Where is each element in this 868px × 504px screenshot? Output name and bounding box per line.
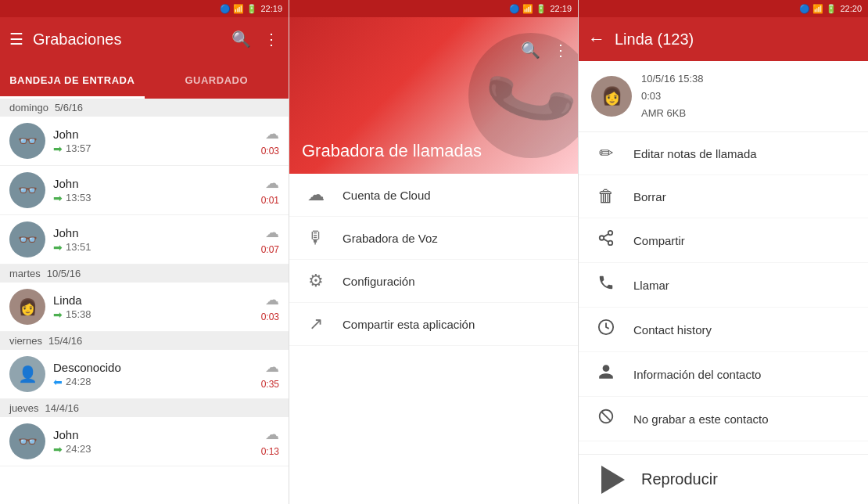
context-label-edit: Editar notas de llamada	[633, 147, 757, 160]
call-detail-john3: ➡ 13:51	[53, 241, 261, 254]
status-bar-2: 🔵 📶 🔋 22:19	[289, 0, 578, 17]
tabs-bar: BANDEJA DE ENTRADA GUARDADO	[0, 61, 289, 99]
status-icons-2: 🔵 📶 🔋	[509, 4, 547, 14]
date-header-martes: martes 10/5/16	[0, 265, 289, 283]
call-info-linda: Linda ➡ 15:38	[53, 293, 261, 321]
call-right-john2: ☁ 0:01	[261, 175, 279, 206]
avatar-john1: 👓	[9, 123, 45, 159]
panel3-title: Linda (123)	[615, 31, 859, 49]
avatar-linda: 👩	[9, 289, 45, 325]
context-item-contact-info[interactable]: Información del contacto	[579, 352, 868, 397]
recording-card: 👩 10/5/16 15:38 0:03 AMR 6KB	[579, 61, 868, 132]
status-icons-3: 🔵 📶 🔋	[799, 4, 837, 14]
context-item-no-record[interactable]: No grabar a este contacto	[579, 397, 868, 441]
status-bar-content-2: 🔵 📶 🔋 22:19	[509, 4, 572, 14]
cloud-icon-1: ☁	[265, 125, 279, 142]
more-icon-2[interactable]: ⋮	[553, 41, 569, 59]
panel-recordings: 🔵 📶 🔋 22:19 ☰ Grabaciones 🔍 ⋮ BANDEJA DE…	[0, 0, 289, 504]
svg-line-4	[604, 234, 608, 237]
tab-saved[interactable]: GUARDADO	[145, 61, 289, 99]
back-icon[interactable]: ←	[588, 29, 605, 49]
svg-line-3	[604, 239, 608, 243]
arrow-out-icon-linda: ➡	[53, 308, 63, 321]
call-item-john3[interactable]: 👓 John ➡ 13:51 ☁ 0:07	[0, 215, 289, 265]
call-item-unknown[interactable]: 👤 Desconocido ⬅ 24:28 ☁ 0:35	[0, 350, 289, 399]
date-header-domingo: domingo 5/6/16	[0, 99, 289, 117]
play-triangle-icon	[601, 466, 625, 494]
menu-label-voice: Grabadora de Voz	[343, 232, 438, 245]
status-bar-content-3: 🔵 📶 🔋 22:20	[799, 4, 862, 14]
avatar-john4: 👓	[9, 423, 45, 459]
recording-avatar: 👩	[591, 76, 632, 117]
play-button[interactable]	[594, 463, 629, 497]
avatar-john2: 👓	[9, 172, 45, 208]
arrow-out-icon-3: ➡	[53, 241, 63, 254]
call-detail-john2: ➡ 13:53	[53, 192, 261, 204]
call-info-john4: John ➡ 24:23	[53, 428, 261, 455]
call-right-john3: ☁ 0:07	[261, 224, 279, 255]
status-bar-1: 🔵 📶 🔋 22:19	[0, 0, 289, 17]
call-detail-john1: ➡ 13:57	[53, 142, 261, 155]
history-icon	[594, 319, 618, 340]
contact-icon	[594, 363, 618, 385]
avatar-unknown: 👤	[9, 356, 45, 392]
call-detail-unknown: ⬅ 24:28	[53, 376, 261, 388]
call-icon	[594, 274, 618, 296]
search-icon-1[interactable]: 🔍	[231, 30, 251, 49]
call-info-john1: John ➡ 13:57	[53, 128, 261, 155]
call-info-john2: John ➡ 13:53	[53, 177, 261, 204]
call-right-linda: ☁ 0:03	[261, 291, 279, 322]
drawer-header-bar: 🔍 ⋮	[511, 34, 578, 66]
call-item-john2[interactable]: 👓 John ➡ 13:53 ☁ 0:01	[0, 166, 289, 215]
date-header-jueves: jueves 14/4/16	[0, 399, 289, 417]
context-item-edit-notes[interactable]: ✏ Editar notas de llamada	[579, 132, 868, 175]
context-item-call[interactable]: Llamar	[579, 263, 868, 308]
cloud-icon-2: ☁	[265, 175, 279, 192]
arrow-in-icon: ⬅	[53, 376, 63, 388]
context-label-history: Contact history	[633, 323, 712, 337]
call-item-john4[interactable]: 👓 John ➡ 24:23 ☁ 0:13	[0, 417, 289, 466]
search-icon-2[interactable]: 🔍	[521, 41, 540, 59]
call-item-linda[interactable]: 👩 Linda ➡ 15:38 ☁ 0:03	[0, 283, 289, 332]
cloud-icon-3: ☁	[265, 224, 279, 241]
edit-icon: ✏	[594, 143, 618, 164]
svg-point-2	[608, 241, 613, 246]
cloud-icon-4: ☁	[265, 426, 279, 443]
cloud-icon-linda: ☁	[265, 291, 279, 308]
date-header-viernes: viernes 15/4/16	[0, 332, 289, 350]
gear-menu-icon: ⚙	[305, 271, 327, 291]
drawer-title: Grabadora de llamadas	[302, 141, 482, 161]
context-item-history[interactable]: Contact history	[579, 308, 868, 352]
drawer-menu-list: ☁ Cuenta de Cloud 🎙 Grabadora de Voz ⚙ C…	[289, 174, 578, 504]
context-label-share: Compartir	[633, 234, 685, 247]
call-detail-john4: ➡ 24:23	[53, 443, 261, 455]
menu-item-share[interactable]: ↗ Compartir esta aplicación	[289, 303, 578, 346]
svg-point-0	[608, 231, 613, 236]
no-record-icon	[594, 408, 618, 430]
context-item-share[interactable]: Compartir	[579, 218, 868, 263]
context-label-contact-info: Información del contacto	[633, 368, 761, 381]
recording-meta: 10/5/16 15:38 0:03 AMR 6KB	[641, 70, 704, 122]
status-time-2: 22:19	[550, 4, 572, 13]
menu-item-config[interactable]: ⚙ Configuración	[289, 260, 578, 303]
hamburger-icon[interactable]: ☰	[9, 30, 23, 49]
arrow-out-icon: ➡	[53, 142, 63, 155]
tab-inbox[interactable]: BANDEJA DE ENTRADA	[0, 61, 145, 99]
context-item-delete[interactable]: 🗑 Borrar	[579, 175, 868, 218]
more-icon-1[interactable]: ⋮	[264, 30, 279, 49]
svg-point-1	[600, 236, 604, 241]
panel-context: 🔵 📶 🔋 22:20 ← Linda (123) 👩 10/5/16 15:3…	[579, 0, 868, 504]
menu-item-cloud[interactable]: ☁ Cuenta de Cloud	[289, 174, 578, 217]
cloud-icon-unknown: ☁	[265, 358, 279, 376]
call-item-john1[interactable]: 👓 John ➡ 13:57 ☁ 0:03	[0, 117, 289, 166]
context-label-delete: Borrar	[633, 190, 666, 203]
drawer-bg: 📞 🔍 ⋮ Grabadora de llamadas	[289, 17, 578, 174]
status-time-1: 22:19	[260, 4, 282, 13]
menu-label-share: Compartir esta aplicación	[343, 318, 475, 331]
menu-item-voice[interactable]: 🎙 Grabadora de Voz	[289, 217, 578, 260]
panel-drawer: 🔵 📶 🔋 22:19 📞 🔍 ⋮ Grabadora de llamadas …	[289, 0, 579, 504]
panel3-header: ← Linda (123)	[579, 17, 868, 61]
share-icon	[594, 229, 618, 251]
call-info-john3: John ➡ 13:51	[53, 226, 261, 254]
trash-icon: 🗑	[594, 186, 618, 207]
